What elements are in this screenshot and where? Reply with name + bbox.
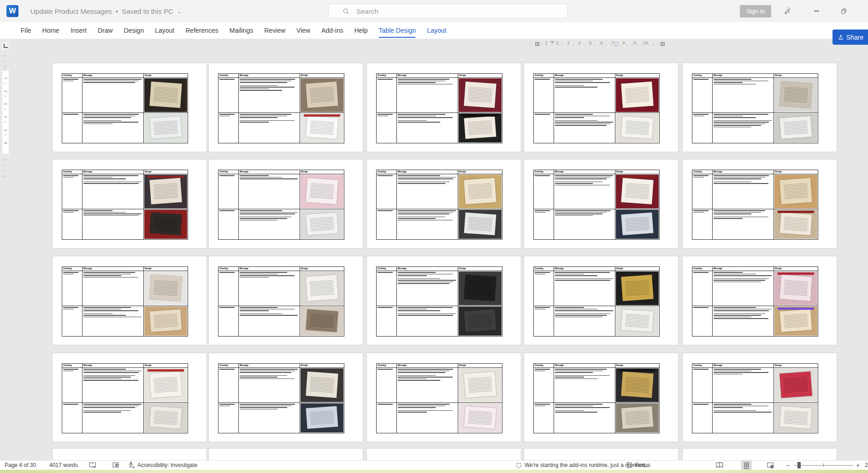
- text-line: [378, 272, 393, 273]
- feedback-megaphone-icon[interactable]: [780, 4, 794, 18]
- document-canvas[interactable]: 12345678910 123456 GreetingMessageDesign…: [0, 39, 868, 460]
- ruler-column-marker[interactable]: [614, 42, 618, 46]
- page-thumbnail[interactable]: GreetingMessageDesign: [52, 256, 207, 345]
- ribbon-tab-help[interactable]: Help: [354, 27, 368, 34]
- word-count[interactable]: 4017 words: [49, 461, 78, 470]
- ruler-tick: [595, 44, 595, 46]
- page-indicator[interactable]: Page 4 of 30: [5, 461, 36, 470]
- page-thumbnail[interactable]: GreetingMessageDesign: [52, 159, 207, 248]
- page-thumbnail[interactable]: GreetingMessageDesign: [366, 353, 521, 442]
- greeting-header: Greeting: [218, 267, 239, 271]
- table-row: [692, 403, 818, 433]
- page-thumbnail[interactable]: GreetingMessageDesign: [524, 63, 679, 152]
- page-thumbnail[interactable]: GreetingMessageDesign: [524, 256, 679, 345]
- message-card: [464, 372, 496, 398]
- tab-stop-selector[interactable]: [1, 41, 10, 50]
- design-header: Design: [300, 74, 344, 77]
- web-layout-button[interactable]: [767, 461, 774, 470]
- page-thumbnail[interactable]: GreetingMessageDesign: [682, 159, 837, 248]
- zoom-out-button[interactable]: −: [786, 461, 790, 470]
- sign-in-button[interactable]: Sign in: [740, 5, 771, 18]
- ribbon-tab-review[interactable]: Review: [264, 27, 285, 34]
- page-thumbnail[interactable]: [524, 448, 679, 460]
- zoom-percentage[interactable]: 2: [865, 461, 868, 470]
- message-card: [149, 372, 182, 398]
- text-line: [398, 371, 449, 372]
- zoom-in-button[interactable]: +: [856, 461, 860, 470]
- design-cell: [144, 78, 188, 112]
- text-line: [714, 317, 751, 318]
- page-thumbnail[interactable]: [52, 448, 207, 460]
- page-thumbnail[interactable]: GreetingMessageDesign: [682, 256, 837, 345]
- greeting-cell: [377, 271, 397, 306]
- page-thumbnail[interactable]: GreetingMessageDesign: [208, 353, 363, 442]
- text-line: [714, 218, 743, 219]
- message-header: Message: [239, 267, 300, 271]
- message-card: [306, 275, 338, 301]
- search-input[interactable]: [355, 7, 532, 16]
- page-thumbnail[interactable]: GreetingMessageDesign: [208, 159, 363, 248]
- message-header: Message: [554, 170, 615, 174]
- ribbon-tab-draw[interactable]: Draw: [98, 27, 113, 34]
- text-line: [240, 371, 295, 372]
- page-thumbnail[interactable]: GreetingMessageDesign: [52, 63, 207, 152]
- text-line: [83, 117, 131, 118]
- ribbon-tab-references[interactable]: References: [185, 27, 218, 34]
- product-photo: [144, 368, 187, 402]
- ribbon-tab-layout[interactable]: Layout: [427, 27, 446, 34]
- page-thumbnail[interactable]: GreetingMessageDesign: [524, 353, 679, 442]
- page-thumbnail[interactable]: GreetingMessageDesign: [52, 353, 207, 442]
- read-mode-button[interactable]: [715, 461, 724, 470]
- ribbon-tab-file[interactable]: File: [21, 27, 31, 34]
- page-thumbnail[interactable]: GreetingMessageDesign: [366, 256, 521, 345]
- page-thumbnail[interactable]: [682, 448, 837, 460]
- search-box[interactable]: [328, 4, 567, 18]
- text-line: [555, 120, 597, 121]
- page-thumbnail[interactable]: GreetingMessageDesign: [682, 353, 837, 442]
- page-thumbnail[interactable]: GreetingMessageDesign: [208, 256, 363, 345]
- text-line: [555, 406, 593, 407]
- ribbon-tab-view[interactable]: View: [296, 27, 310, 34]
- photo-banner: [619, 369, 655, 372]
- page-thumbnail[interactable]: GreetingMessageDesign: [524, 159, 679, 248]
- proofing-errors-icon[interactable]: [89, 461, 96, 470]
- print-layout-button[interactable]: [741, 461, 752, 471]
- text-line: [83, 124, 112, 124]
- text-line: [555, 410, 584, 411]
- zoom-slider-thumb[interactable]: [797, 462, 801, 468]
- ribbon-tab-table-design[interactable]: Table Design: [378, 27, 416, 34]
- zoom-slider[interactable]: [794, 461, 854, 470]
- save-status-chevron-icon[interactable]: ⌄: [177, 8, 182, 15]
- save-status-text: Saved to this PC: [122, 7, 173, 15]
- greeting-cell: [534, 209, 554, 239]
- page-thumbnail[interactable]: GreetingMessageDesign: [682, 63, 837, 152]
- ribbon-tab-home[interactable]: Home: [42, 27, 59, 34]
- ribbon-tab-insert[interactable]: Insert: [71, 27, 87, 34]
- focus-mode-toggle[interactable]: Focus: [626, 461, 650, 470]
- page-thumbnail[interactable]: GreetingMessageDesign: [366, 159, 521, 248]
- text-line: [83, 82, 135, 83]
- minimize-button[interactable]: [809, 4, 823, 18]
- page-thumbnail[interactable]: GreetingMessageDesign: [208, 63, 363, 152]
- ribbon-tab-mailings[interactable]: Mailings: [230, 27, 253, 34]
- page-thumbnail[interactable]: GreetingMessageDesign: [366, 63, 521, 152]
- share-button[interactable]: Share: [833, 30, 868, 45]
- ribbon-tab-layout[interactable]: Layout: [155, 27, 174, 34]
- page-thumbnail[interactable]: [208, 448, 363, 460]
- message-cell: [713, 78, 774, 112]
- table-row: [62, 271, 188, 306]
- design-header: Design: [300, 170, 344, 174]
- text-line: [398, 178, 453, 179]
- product-message-table: GreetingMessageDesign: [692, 266, 818, 337]
- ribbon-tab-design[interactable]: Design: [124, 27, 144, 34]
- editor-icon[interactable]: [112, 461, 120, 470]
- ribbon-tab-add-ins[interactable]: Add-ins: [321, 27, 343, 34]
- text-line: [714, 182, 751, 183]
- text-line: [535, 274, 545, 275]
- greeting-cell: [534, 78, 554, 112]
- page-thumbnail[interactable]: [366, 448, 521, 460]
- accessibility-status[interactable]: Accessibility: Investigate: [127, 461, 197, 470]
- word-logo-icon[interactable]: W: [6, 5, 18, 17]
- restore-window-button[interactable]: [837, 4, 850, 18]
- first-line-indent-marker[interactable]: [550, 41, 555, 46]
